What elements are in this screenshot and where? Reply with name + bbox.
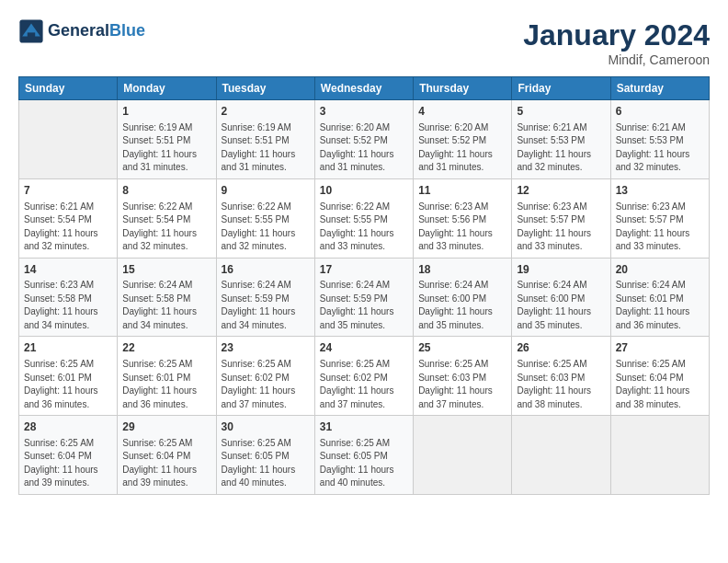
day-cell: 24Sunrise: 6:25 AM Sunset: 6:02 PM Dayli… bbox=[314, 337, 413, 416]
day-info: Sunrise: 6:25 AM Sunset: 6:02 PM Dayligh… bbox=[320, 358, 408, 411]
week-row-4: 21Sunrise: 6:25 AM Sunset: 6:01 PM Dayli… bbox=[19, 337, 710, 416]
day-info: Sunrise: 6:24 AM Sunset: 5:58 PM Dayligh… bbox=[122, 279, 210, 332]
day-cell: 20Sunrise: 6:24 AM Sunset: 6:01 PM Dayli… bbox=[610, 258, 709, 337]
day-cell: 31Sunrise: 6:25 AM Sunset: 6:05 PM Dayli… bbox=[314, 416, 413, 495]
day-cell: 11Sunrise: 6:23 AM Sunset: 5:56 PM Dayli… bbox=[414, 178, 512, 258]
day-info: Sunrise: 6:21 AM Sunset: 5:53 PM Dayligh… bbox=[517, 121, 605, 175]
day-number: 13 bbox=[616, 183, 704, 199]
day-number: 26 bbox=[517, 340, 605, 356]
day-number: 23 bbox=[222, 340, 310, 356]
day-cell: 15Sunrise: 6:24 AM Sunset: 5:58 PM Dayli… bbox=[118, 258, 216, 337]
day-cell: 22Sunrise: 6:25 AM Sunset: 6:01 PM Dayli… bbox=[118, 337, 216, 416]
day-cell: 10Sunrise: 6:22 AM Sunset: 5:55 PM Dayli… bbox=[314, 178, 413, 258]
day-cell bbox=[512, 416, 610, 495]
day-number: 16 bbox=[222, 262, 310, 278]
day-number: 31 bbox=[320, 419, 408, 435]
location: Mindif, Cameroon bbox=[523, 52, 710, 67]
month-title: January 2024 bbox=[523, 18, 710, 52]
day-info: Sunrise: 6:23 AM Sunset: 5:56 PM Dayligh… bbox=[418, 201, 506, 254]
day-number: 12 bbox=[517, 183, 605, 199]
day-cell: 16Sunrise: 6:24 AM Sunset: 5:59 PM Dayli… bbox=[216, 258, 314, 337]
day-number: 5 bbox=[517, 104, 605, 120]
day-info: Sunrise: 6:25 AM Sunset: 6:01 PM Dayligh… bbox=[24, 358, 112, 411]
day-info: Sunrise: 6:23 AM Sunset: 5:58 PM Dayligh… bbox=[24, 279, 112, 332]
day-info: Sunrise: 6:21 AM Sunset: 5:53 PM Dayligh… bbox=[616, 121, 704, 175]
day-info: Sunrise: 6:24 AM Sunset: 5:59 PM Dayligh… bbox=[320, 279, 408, 332]
day-info: Sunrise: 6:24 AM Sunset: 6:01 PM Dayligh… bbox=[616, 279, 704, 332]
day-number: 20 bbox=[616, 262, 704, 278]
day-cell: 17Sunrise: 6:24 AM Sunset: 5:59 PM Dayli… bbox=[314, 258, 413, 337]
day-cell: 19Sunrise: 6:24 AM Sunset: 6:00 PM Dayli… bbox=[512, 258, 610, 337]
day-info: Sunrise: 6:24 AM Sunset: 6:00 PM Dayligh… bbox=[517, 279, 605, 332]
day-cell bbox=[610, 416, 709, 495]
day-number: 22 bbox=[122, 340, 210, 356]
day-cell: 12Sunrise: 6:23 AM Sunset: 5:57 PM Dayli… bbox=[512, 178, 610, 258]
svg-rect-2 bbox=[28, 32, 35, 38]
day-info: Sunrise: 6:22 AM Sunset: 5:55 PM Dayligh… bbox=[222, 201, 310, 254]
weekday-tuesday: Tuesday bbox=[216, 77, 314, 100]
day-cell: 25Sunrise: 6:25 AM Sunset: 6:03 PM Dayli… bbox=[414, 337, 512, 416]
weekday-saturday: Saturday bbox=[610, 77, 709, 100]
day-number: 1 bbox=[122, 104, 210, 120]
day-cell: 26Sunrise: 6:25 AM Sunset: 6:03 PM Dayli… bbox=[512, 337, 610, 416]
day-info: Sunrise: 6:19 AM Sunset: 5:51 PM Dayligh… bbox=[122, 121, 210, 175]
day-info: Sunrise: 6:25 AM Sunset: 6:03 PM Dayligh… bbox=[517, 358, 605, 411]
day-cell: 30Sunrise: 6:25 AM Sunset: 6:05 PM Dayli… bbox=[216, 416, 314, 495]
day-cell bbox=[414, 416, 512, 495]
day-number: 11 bbox=[418, 183, 506, 199]
day-number: 10 bbox=[320, 183, 408, 199]
weekday-sunday: Sunday bbox=[19, 77, 118, 100]
day-number: 21 bbox=[24, 340, 112, 356]
day-cell: 1Sunrise: 6:19 AM Sunset: 5:51 PM Daylig… bbox=[118, 100, 216, 179]
day-number: 18 bbox=[418, 262, 506, 278]
day-number: 28 bbox=[24, 419, 112, 435]
day-info: Sunrise: 6:23 AM Sunset: 5:57 PM Dayligh… bbox=[616, 201, 704, 254]
day-number: 8 bbox=[122, 183, 210, 199]
day-cell: 2Sunrise: 6:19 AM Sunset: 5:51 PM Daylig… bbox=[216, 100, 314, 179]
day-cell: 23Sunrise: 6:25 AM Sunset: 6:02 PM Dayli… bbox=[216, 337, 314, 416]
day-number: 7 bbox=[24, 183, 112, 199]
day-info: Sunrise: 6:21 AM Sunset: 5:54 PM Dayligh… bbox=[24, 201, 112, 254]
title-block: January 2024 Mindif, Cameroon bbox=[523, 18, 710, 67]
calendar-body: 1Sunrise: 6:19 AM Sunset: 5:51 PM Daylig… bbox=[19, 100, 710, 495]
day-info: Sunrise: 6:25 AM Sunset: 6:04 PM Dayligh… bbox=[24, 437, 112, 490]
day-info: Sunrise: 6:25 AM Sunset: 6:01 PM Dayligh… bbox=[122, 358, 210, 411]
weekday-monday: Monday bbox=[118, 77, 216, 100]
day-cell: 4Sunrise: 6:20 AM Sunset: 5:52 PM Daylig… bbox=[414, 100, 512, 179]
day-info: Sunrise: 6:19 AM Sunset: 5:51 PM Dayligh… bbox=[222, 121, 310, 175]
logo: GeneralBlue bbox=[18, 18, 145, 44]
day-number: 6 bbox=[616, 104, 704, 120]
day-number: 19 bbox=[517, 262, 605, 278]
day-info: Sunrise: 6:25 AM Sunset: 6:02 PM Dayligh… bbox=[222, 358, 310, 411]
week-row-3: 14Sunrise: 6:23 AM Sunset: 5:58 PM Dayli… bbox=[19, 258, 710, 337]
week-row-5: 28Sunrise: 6:25 AM Sunset: 6:04 PM Dayli… bbox=[19, 416, 710, 495]
day-info: Sunrise: 6:25 AM Sunset: 6:04 PM Dayligh… bbox=[616, 358, 704, 411]
logo-text: GeneralBlue bbox=[48, 22, 145, 40]
day-number: 3 bbox=[320, 104, 408, 120]
day-cell: 14Sunrise: 6:23 AM Sunset: 5:58 PM Dayli… bbox=[19, 258, 118, 337]
day-number: 25 bbox=[418, 340, 506, 356]
week-row-1: 1Sunrise: 6:19 AM Sunset: 5:51 PM Daylig… bbox=[19, 100, 710, 179]
day-number: 27 bbox=[616, 340, 704, 356]
day-cell: 21Sunrise: 6:25 AM Sunset: 6:01 PM Dayli… bbox=[19, 337, 118, 416]
day-number: 24 bbox=[320, 340, 408, 356]
day-info: Sunrise: 6:24 AM Sunset: 5:59 PM Dayligh… bbox=[222, 279, 310, 332]
weekday-thursday: Thursday bbox=[414, 77, 512, 100]
day-info: Sunrise: 6:22 AM Sunset: 5:55 PM Dayligh… bbox=[320, 201, 408, 254]
day-cell: 13Sunrise: 6:23 AM Sunset: 5:57 PM Dayli… bbox=[610, 178, 709, 258]
day-cell: 29Sunrise: 6:25 AM Sunset: 6:04 PM Dayli… bbox=[118, 416, 216, 495]
day-number: 15 bbox=[122, 262, 210, 278]
day-info: Sunrise: 6:20 AM Sunset: 5:52 PM Dayligh… bbox=[320, 121, 408, 175]
day-info: Sunrise: 6:25 AM Sunset: 6:05 PM Dayligh… bbox=[320, 437, 408, 490]
week-row-2: 7Sunrise: 6:21 AM Sunset: 5:54 PM Daylig… bbox=[19, 178, 710, 258]
day-number: 14 bbox=[24, 262, 112, 278]
day-cell bbox=[19, 100, 118, 179]
day-info: Sunrise: 6:24 AM Sunset: 6:00 PM Dayligh… bbox=[418, 279, 506, 332]
day-cell: 5Sunrise: 6:21 AM Sunset: 5:53 PM Daylig… bbox=[512, 100, 610, 179]
day-info: Sunrise: 6:20 AM Sunset: 5:52 PM Dayligh… bbox=[418, 121, 506, 175]
day-number: 29 bbox=[122, 419, 210, 435]
day-cell: 27Sunrise: 6:25 AM Sunset: 6:04 PM Dayli… bbox=[610, 337, 709, 416]
day-number: 30 bbox=[222, 419, 310, 435]
day-info: Sunrise: 6:25 AM Sunset: 6:05 PM Dayligh… bbox=[222, 437, 310, 490]
day-cell: 6Sunrise: 6:21 AM Sunset: 5:53 PM Daylig… bbox=[610, 100, 709, 179]
